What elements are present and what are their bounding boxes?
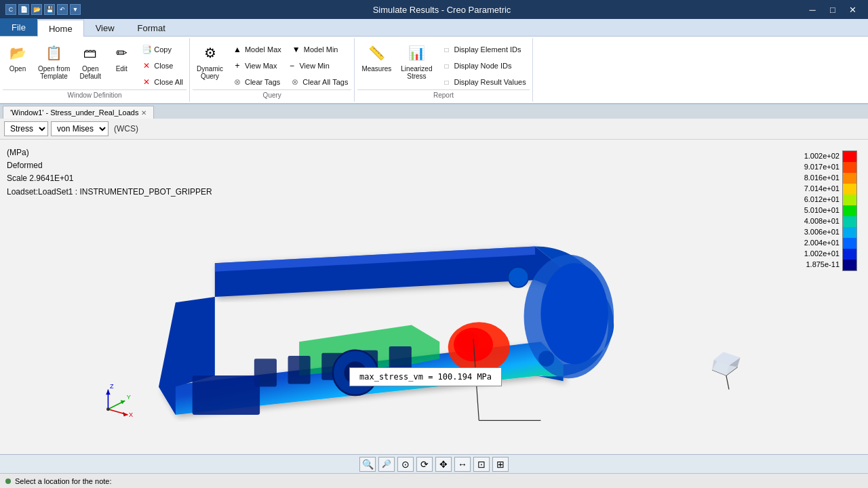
- title-bar: C 📄 📂 💾 ↶ ▼ Simulate Results - Creo Para…: [0, 0, 868, 19]
- window-controls: ─ □ ✕: [803, 3, 863, 16]
- status-indicator: [5, 479, 11, 484]
- copy-button[interactable]: 📑 Copy: [138, 42, 186, 57]
- legend-val-3: 7.014e+01: [804, 183, 840, 194]
- model-max-icon: ▲: [232, 44, 243, 55]
- edit-icon: ✏: [111, 42, 132, 64]
- grid-button[interactable]: ⊞: [492, 457, 509, 472]
- legend-color-bar: [842, 150, 857, 271]
- ribbon: 📂 Open 📋 Open fromTemplate 🗃 OpenDefault…: [0, 37, 868, 104]
- display-node-icon: □: [441, 60, 452, 71]
- zoom-out-button[interactable]: 🔎: [378, 457, 395, 472]
- view-max-min-row: + View Max − View Min: [229, 58, 351, 73]
- legend-color-7: [843, 227, 856, 238]
- dynamic-query-button[interactable]: ⚙ DynamicQuery: [193, 39, 227, 83]
- clear-tags-row: ⊗ Clear Tags ⊗ Clear All Tags: [229, 75, 351, 89]
- save-icon[interactable]: 💾: [44, 4, 55, 15]
- svg-text:Y: Y: [127, 394, 131, 401]
- window-definition-items: 📂 Open 📋 Open fromTemplate 🗃 OpenDefault…: [3, 39, 186, 89]
- drop-icon[interactable]: ▼: [70, 4, 81, 15]
- pan-button[interactable]: ✥: [435, 457, 452, 472]
- frame-button[interactable]: ⊡: [473, 457, 490, 472]
- undo-icon[interactable]: ↶: [57, 4, 68, 15]
- clear-all-tags-icon: ⊗: [290, 77, 300, 87]
- legend-val-4: 6.012e+01: [804, 194, 840, 205]
- viewport[interactable]: (MPa) Deformed Scale 2.9641E+01 Loadset:…: [0, 140, 868, 454]
- window-title: Simulate Results - Creo Parametric: [373, 5, 511, 15]
- tab-view[interactable]: View: [84, 20, 126, 36]
- clear-tags-button[interactable]: ⊗ Clear Tags: [229, 75, 283, 89]
- stress-type-select[interactable]: Stress: [4, 121, 48, 136]
- clear-all-tags-button[interactable]: ⊗ Clear All Tags: [286, 75, 351, 89]
- svg-line-29: [726, 375, 729, 390]
- legend-val-1: 9.017e+01: [804, 161, 840, 172]
- zoom-out-icon: 🔎: [382, 460, 391, 468]
- legend-val-8: 2.004e+01: [804, 237, 840, 248]
- default-icon: 🗃: [79, 42, 101, 64]
- stress-measure-select[interactable]: von Mises: [51, 121, 108, 136]
- close-all-button[interactable]: ✕ Close All: [138, 75, 186, 89]
- window-tab[interactable]: 'Window1' - Stress_under_Real_Loads ✕: [3, 106, 154, 119]
- display-element-icon: □: [441, 44, 452, 55]
- svg-point-1: [540, 263, 608, 364]
- legend-color-3: [843, 184, 856, 195]
- legend-val-2: 8.016e+01: [804, 172, 840, 183]
- svg-point-16: [538, 351, 554, 367]
- display-element-ids-button[interactable]: □ Display Element IDs: [437, 42, 529, 57]
- zoom-fit-icon: ⊙: [401, 459, 410, 470]
- ribbon-group-window-definition: 📂 Open 📋 Open fromTemplate 🗃 OpenDefault…: [0, 38, 190, 102]
- main-area: 'Window1' - Stress_under_Real_Loads ✕ St…: [0, 104, 868, 473]
- model-min-icon: ▼: [291, 44, 302, 55]
- view-max-button[interactable]: + View Max: [229, 58, 280, 73]
- legend-color-10: [843, 260, 856, 270]
- zoom-in-button[interactable]: 🔍: [359, 457, 376, 472]
- window-tab-close[interactable]: ✕: [141, 109, 146, 117]
- copy-close-col: 📑 Copy ✕ Close ✕ Close All: [138, 39, 186, 89]
- report-label: Report: [357, 89, 529, 100]
- rotate-button[interactable]: ⟳: [416, 457, 433, 472]
- measures-button[interactable]: 📏 Measures: [357, 39, 395, 75]
- zoom-in-icon: 🔍: [362, 459, 374, 470]
- tab-file[interactable]: File: [0, 18, 37, 36]
- model-min-button[interactable]: ▼ Model Min: [288, 42, 342, 57]
- linearized-stress-icon: 📊: [406, 42, 427, 64]
- legend-color-2: [843, 173, 856, 184]
- maximize-button[interactable]: □: [823, 3, 842, 16]
- zoom-fit-button[interactable]: ⊙: [397, 457, 414, 472]
- display-result-values-button[interactable]: □ Display Result Values: [437, 75, 529, 89]
- report-items: 📏 Measures 📊 LinearizedStress □ Display …: [357, 39, 529, 89]
- close-button[interactable]: ✕: [844, 3, 863, 16]
- display-node-ids-button[interactable]: □ Display Node IDs: [437, 58, 529, 73]
- close-button-ribbon[interactable]: ✕ Close: [138, 58, 186, 73]
- new-icon[interactable]: 📄: [18, 4, 29, 15]
- flip-button[interactable]: ↔: [454, 457, 471, 472]
- open-from-template-button[interactable]: 📋 Open fromTemplate: [34, 39, 74, 83]
- minimize-button[interactable]: ─: [803, 3, 822, 16]
- svg-rect-6: [288, 356, 311, 384]
- legend-color-9: [843, 249, 856, 260]
- open-button[interactable]: 📂 Open: [3, 39, 33, 75]
- view-max-icon: +: [232, 60, 243, 71]
- tab-home[interactable]: Home: [37, 20, 84, 37]
- pan-icon: ✥: [439, 459, 448, 470]
- legend-val-7: 3.006e+01: [804, 226, 840, 237]
- unit-label: (MPa): [7, 146, 212, 159]
- color-legend: 1.002e+02 9.017e+01 8.016e+01 7.014e+01 …: [804, 150, 857, 271]
- view-min-button[interactable]: − View Min: [283, 58, 332, 73]
- open-default-button[interactable]: 🗃 OpenDefault: [75, 39, 105, 83]
- status-bar: Select a location for the note:: [0, 473, 868, 488]
- model-max-button[interactable]: ▲ Model Max: [229, 42, 285, 57]
- open-icon[interactable]: 📂: [31, 4, 42, 15]
- svg-rect-12: [193, 375, 260, 415]
- ribbon-tabs: File Home View Format: [0, 19, 868, 37]
- legend-val-10: 1.875e-11: [806, 259, 840, 270]
- legend-labels-col: 1.002e+02 9.017e+01 8.016e+01 7.014e+01 …: [804, 150, 840, 270]
- query-items: ⚙ DynamicQuery ▲ Model Max ▼ Model Min: [193, 39, 351, 89]
- dynamic-query-icon: ⚙: [199, 42, 221, 64]
- legend-val-5: 5.010e+01: [804, 205, 840, 216]
- tab-format[interactable]: Format: [126, 20, 177, 36]
- query-sub-col: ▲ Model Max ▼ Model Min + View Max: [229, 39, 351, 89]
- legend-val-0: 1.002e+02: [804, 150, 840, 161]
- edit-button[interactable]: ✏ Edit: [106, 39, 136, 75]
- linearized-stress-button[interactable]: 📊 LinearizedStress: [397, 39, 436, 83]
- window-tab-bar: 'Window1' - Stress_under_Real_Loads ✕: [0, 104, 868, 119]
